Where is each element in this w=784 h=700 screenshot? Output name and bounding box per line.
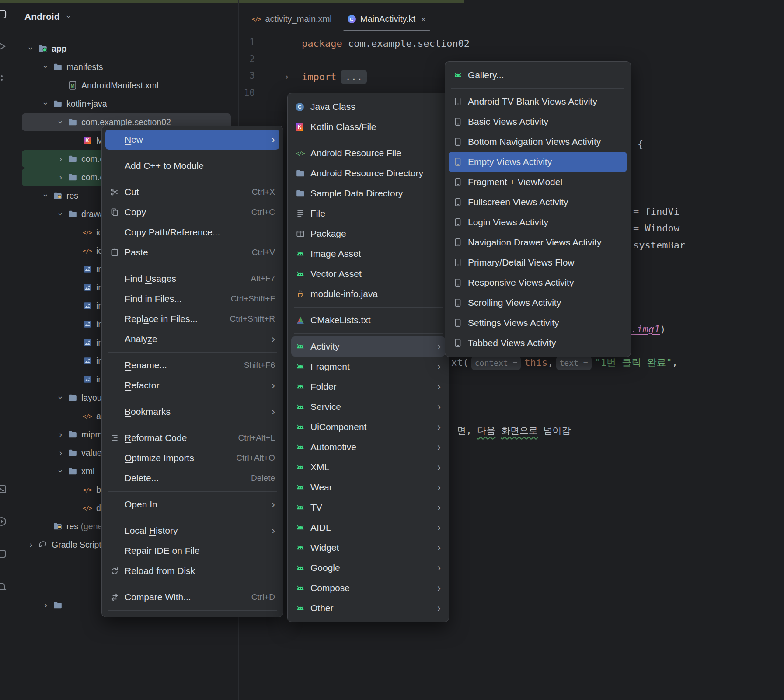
new-menu-item-widget[interactable]: Widget› (291, 538, 445, 558)
new-menu-item-fragment[interactable]: Fragment› (291, 357, 445, 377)
context-menu-item-copy[interactable]: CopyCtrl+C (105, 202, 279, 222)
activity-menu-item-fragment-+-viewmodel[interactable]: Fragment + ViewModel (449, 172, 627, 192)
activity-menu-item-primary-detail-views-flow[interactable]: Primary/Detail Views Flow (449, 252, 627, 273)
activity-menu-item-bottom-navigation-views-activity[interactable]: Bottom Navigation Views Activity (449, 132, 627, 152)
context-menu-item-replace-in-files[interactable]: Replace in Files...Ctrl+Shift+R (105, 309, 279, 329)
activity-menu-item-tabbed-views-activity[interactable]: Tabbed Views Activity (449, 333, 627, 353)
new-menu-item-java-class[interactable]: Java Class (291, 97, 445, 117)
chevron-right-icon[interactable] (55, 430, 66, 439)
context-menu-item-reformat-code[interactable]: Reformat CodeCtrl+Alt+L (105, 428, 279, 448)
tab-label: MainActivity.kt (360, 14, 415, 24)
new-menu-item-google[interactable]: Google› (291, 558, 445, 578)
chevron-down-icon[interactable] (40, 62, 52, 72)
context-menu-item-refactor[interactable]: Refactor› (105, 375, 279, 396)
new-menu-item-module-info-java[interactable]: module-info.java (291, 284, 445, 304)
new-menu-item-aidl[interactable]: AIDL› (291, 518, 445, 538)
new-menu-item-tv[interactable]: TV› (291, 497, 445, 518)
activity-menu-item-fullscreen-views-activity[interactable]: Fullscreen Views Activity (449, 192, 627, 212)
new-menu-item-xml[interactable]: XML› (291, 457, 445, 477)
java-class-icon (296, 102, 310, 112)
activity-menu-item-login-views-activity[interactable]: Login Views Activity (449, 212, 627, 232)
activity-menu-item-empty-views-activity[interactable]: Empty Views Activity (449, 152, 627, 172)
activity-menu-item-scrolling-views-activity[interactable]: Scrolling Views Activity (449, 293, 627, 313)
new-menu-item-other[interactable]: Other› (291, 598, 445, 618)
context-menu-item-reload-from-disk[interactable]: Reload from Disk (105, 561, 279, 581)
context-menu-item-local-history[interactable]: Local History› (105, 521, 279, 541)
chevron-down-icon[interactable] (40, 99, 52, 108)
parameter-hint-chip: text = (556, 356, 592, 370)
context-menu-item-delete[interactable]: Delete...Delete (105, 468, 279, 488)
new-menu-item-automotive[interactable]: Automotive› (291, 437, 445, 457)
new-menu-item-service[interactable]: Service› (291, 397, 445, 417)
activity-menu-item-settings-views-activity[interactable]: Settings Views Activity (449, 313, 627, 333)
context-menu-item-paste[interactable]: PasteCtrl+V (105, 242, 279, 262)
chevron-down-icon[interactable] (25, 44, 37, 53)
tab-mainactivity-kt[interactable]: MainActivity.kt × (340, 7, 434, 31)
icon-spacer (110, 360, 125, 371)
new-menu-item-kotlin-class-file[interactable]: Kotlin Class/File (291, 117, 445, 137)
project-tool-icon[interactable] (0, 9, 7, 19)
context-menu-item-rename[interactable]: Rename...Shift+F6 (105, 355, 279, 375)
code-line: package com.example.section02 (302, 37, 470, 50)
folded-imports-chip[interactable]: ... (341, 70, 367, 84)
new-menu-item-cmakelists-txt[interactable]: CMakeLists.txt (291, 310, 445, 330)
context-menu-item-find-usages[interactable]: Find UsagesAlt+F7 (105, 269, 279, 289)
tab-activity-main-xml[interactable]: activity_main.xml (244, 7, 340, 31)
context-menu-item-find-in-files[interactable]: Find in Files...Ctrl+Shift+F (105, 289, 279, 309)
context-menu-item-open-in[interactable]: Open In› (105, 494, 279, 514)
device-icon (453, 96, 468, 107)
chevron-down-icon[interactable] (40, 191, 52, 200)
chevron-right-icon[interactable] (55, 154, 66, 164)
activity-menu-item-responsive-views-activity[interactable]: Responsive Views Activity (449, 273, 627, 293)
new-menu-item-image-asset[interactable]: Image Asset (291, 244, 445, 264)
chevron-down-icon[interactable] (55, 209, 66, 219)
menu-item-shortcut: Ctrl+Shift+R (230, 314, 275, 324)
activity-menu-item-basic-views-activity[interactable]: Basic Views Activity (449, 112, 627, 132)
services-tool-icon[interactable] (0, 516, 7, 527)
android-head-icon (296, 269, 310, 279)
activity-menu-item-navigation-drawer-views-activity[interactable]: Navigation Drawer Views Activity (449, 232, 627, 252)
new-menu-item-compose[interactable]: Compose› (291, 578, 445, 598)
chevron-right-icon[interactable] (55, 448, 66, 458)
tree-item-manifests[interactable]: manifests (22, 58, 231, 76)
context-menu-item-cut[interactable]: CutCtrl+X (105, 182, 279, 202)
new-menu-item-uicomponent[interactable]: UiComponent› (291, 417, 445, 437)
fold-arrow-icon[interactable]: › (284, 71, 289, 82)
chevron-down-icon[interactable] (55, 466, 66, 476)
activity-menu-item-gallery[interactable]: Gallery... (449, 65, 627, 85)
context-menu-item-compare-with[interactable]: Compare With...Ctrl+D (105, 587, 279, 607)
new-menu-item-sample-data-directory[interactable]: Sample Data Directory (291, 183, 445, 203)
new-menu-item-android-resource-file[interactable]: Android Resource File (291, 143, 445, 163)
notifications-tool-icon[interactable] (0, 581, 7, 592)
new-menu-item-android-resource-directory[interactable]: Android Resource Directory (291, 163, 445, 183)
tree-item-androidmanifest-xml[interactable]: MAndroidManifest.xml (22, 77, 231, 94)
context-menu-item-new[interactable]: New› (105, 130, 279, 150)
chevron-right-icon[interactable] (40, 600, 52, 610)
terminal-tool-icon[interactable] (0, 484, 7, 494)
chevron-down-icon[interactable] (55, 117, 66, 127)
context-menu-item-analyze[interactable]: Analyze› (105, 329, 279, 349)
new-menu-item-package[interactable]: Package (291, 224, 445, 244)
chevron-right-icon[interactable] (55, 172, 66, 182)
tree-item-kotlin-java[interactable]: kotlin+java (22, 95, 231, 112)
chevron-down-icon[interactable] (55, 393, 66, 402)
context-menu-item-repair-ide-on-file[interactable]: Repair IDE on File (105, 541, 279, 561)
tree-item-app[interactable]: app (22, 40, 231, 57)
submenu-arrow-icon: › (437, 563, 441, 573)
chevron-right-icon[interactable] (25, 540, 37, 550)
close-icon[interactable]: × (421, 14, 426, 24)
context-menu-item-optimize-imports[interactable]: Optimize ImportsCtrl+Alt+O (105, 448, 279, 468)
new-menu-item-activity[interactable]: Activity› (291, 336, 445, 357)
build-tool-icon[interactable] (0, 549, 7, 559)
new-menu-item-wear[interactable]: Wear› (291, 477, 445, 497)
context-menu-item-copy-path-reference[interactable]: Copy Path/Reference... (105, 222, 279, 242)
more-tool-windows-icon[interactable] (0, 73, 7, 83)
new-menu-item-folder[interactable]: Folder› (291, 377, 445, 397)
commit-tool-icon[interactable] (0, 41, 7, 52)
new-menu-item-file[interactable]: File (291, 203, 445, 224)
activity-menu-item-android-tv-blank-views-activity[interactable]: Android TV Blank Views Activity (449, 91, 627, 112)
new-menu-item-vector-asset[interactable]: Vector Asset (291, 264, 445, 284)
context-menu-item-add-c++-to-module[interactable]: Add C++ to Module (105, 156, 279, 176)
reload-icon (110, 566, 125, 576)
context-menu-item-bookmarks[interactable]: Bookmarks› (105, 402, 279, 422)
